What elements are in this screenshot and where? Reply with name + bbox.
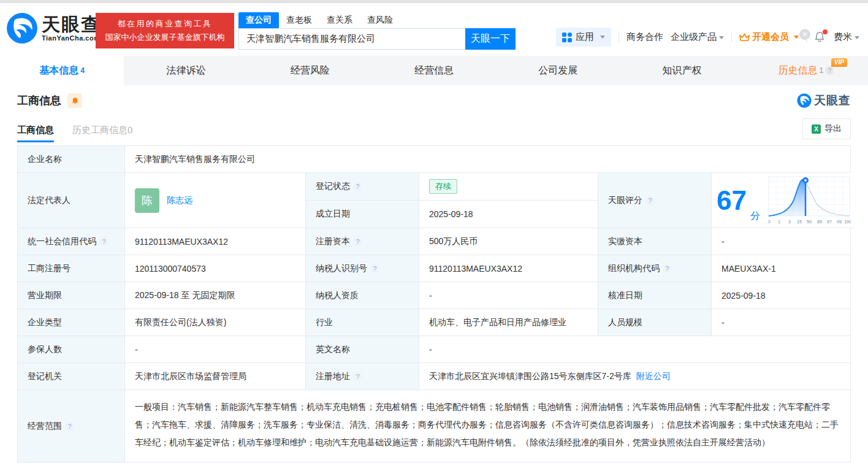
help-icon[interactable] [99, 237, 108, 246]
watermark-logo: 天眼查 [797, 93, 851, 109]
field-label-taxpayer-id: 纳税人识别号 [306, 255, 419, 282]
brand-text: 天眼查 TianYanCha.com [42, 15, 101, 42]
monitor-bell-button[interactable] [67, 93, 82, 108]
field-value-staff-size: - [712, 309, 850, 336]
main-content: 工商信息 天眼查 工商信息 历史工商信息0 [0, 85, 868, 463]
help-icon[interactable] [65, 421, 74, 431]
help-icon[interactable] [370, 264, 379, 273]
field-label-score: 天眼评分 [598, 173, 712, 228]
field-label-company-type: 企业类型 [18, 309, 125, 336]
table-row: 营业期限 2025-09-18 至 无固定期限 纳税人资质 - 核准日期 202… [18, 282, 850, 309]
field-value-legal-rep: 陈 陈志远 [125, 173, 306, 228]
field-label-paid-capital: 实缴资本 [598, 228, 712, 255]
tab-legal-litigation[interactable]: 法律诉讼 [124, 56, 248, 85]
tab-label: 公司发展 [538, 64, 577, 77]
field-value-score: 67 分 [712, 173, 855, 228]
help-icon[interactable] [353, 182, 362, 191]
chevron-down-icon [794, 36, 799, 39]
table-row: 参保人数 - 英文名称 - [18, 336, 850, 363]
search-input[interactable] [238, 28, 465, 50]
brand-logo[interactable]: 天眼查 TianYanCha.com [6, 12, 101, 44]
nav-apps[interactable]: 应用 [556, 28, 611, 47]
field-value-reg-authority: 天津市北辰区市场监督管理局 [125, 363, 306, 390]
label-text: 组织机构代码 [608, 263, 660, 274]
field-label-insured-count: 参保人数 [18, 336, 125, 363]
nav-business-coop[interactable]: 商务合作 [626, 31, 663, 43]
avatar[interactable]: 陈 [135, 188, 159, 213]
section-header: 工商信息 天眼查 [17, 85, 851, 116]
search-tab-relation[interactable]: 查关系 [319, 12, 360, 28]
nav-user-menu[interactable]: 费米 [834, 31, 859, 43]
legal-rep-link[interactable]: 陈志远 [167, 195, 192, 206]
field-value-establish-date: 2025-09-18 [419, 201, 598, 228]
field-label-staff-size: 人员规模 [598, 309, 712, 336]
tab-operation-risk[interactable]: 经营风险 [248, 56, 372, 85]
field-value-approval-date: 2025-09-18 [712, 282, 850, 309]
chevron-down-icon [855, 36, 859, 39]
tab-basic-info[interactable]: 基本信息 4 [0, 56, 124, 85]
status-date-subgrid: 登记状态 存续 成立日期 2025-09-18 [306, 173, 598, 228]
search-tab-risk[interactable]: 查风险 [360, 12, 400, 28]
search-submit-button[interactable]: 天眼一下 [465, 28, 516, 50]
field-value-reg-status: 存续 [419, 173, 598, 201]
tianyancha-swirl-icon [6, 12, 38, 44]
subtab-business-info[interactable]: 工商信息 [17, 125, 54, 142]
divider [731, 33, 732, 42]
search-tab-boss[interactable]: 查老板 [279, 12, 319, 28]
brand-domain: TianYanCha.com [42, 34, 101, 42]
subtab-row: 工商信息 历史工商信息0 导出 [17, 116, 851, 144]
nav-vip-label: 开通会员 [752, 31, 789, 43]
tab-count: 4 [80, 66, 85, 75]
field-label-company-name: 企业名称 [18, 146, 125, 173]
header: 天眼查 TianYanCha.com 都在用的商业查询工具 国家中小企业发展子基… [0, 3, 868, 56]
tab-company-development[interactable]: 公司发展 [496, 56, 620, 85]
search-tabs: 查公司 查老板 查关系 查风险 [238, 12, 516, 28]
section-title: 工商信息 [17, 93, 61, 108]
field-label-english-name: 英文名称 [306, 336, 419, 363]
field-value-company-type: 有限责任公司(法人独资) [125, 309, 306, 336]
tab-label: 经营信息 [414, 64, 454, 77]
svg-text:1: 1 [778, 220, 780, 224]
score-distribution-chart: 0 1 3 15 50 85 97 99 100 [767, 175, 851, 226]
table-row: 企业类型 有限责任公司(法人独资) 行业 机动车、电子产品和日用产品修理业 人员… [18, 309, 850, 336]
nav-enterprise-products[interactable]: 企业级产品 [671, 31, 724, 43]
nav-open-vip[interactable]: 开通会员 [739, 31, 799, 43]
subtab-history-business-info[interactable]: 历史工商信息0 [72, 125, 132, 142]
tab-history-info[interactable]: VIP 历史信息 1 [744, 56, 868, 85]
field-label-approval-date: 核准日期 [598, 282, 712, 309]
field-label-industry: 行业 [306, 309, 419, 336]
help-icon[interactable] [825, 66, 834, 75]
field-label-business-scope: 经营范围 [18, 390, 125, 463]
field-label-reg-number: 工商注册号 [18, 255, 125, 282]
chevron-down-icon [719, 36, 724, 39]
export-label: 导出 [824, 123, 842, 134]
field-value-english-name: - [419, 336, 850, 363]
help-icon[interactable] [353, 372, 362, 381]
excel-icon [812, 125, 821, 134]
svg-text:97: 97 [827, 220, 832, 224]
help-icon[interactable] [663, 264, 672, 273]
label-text: 统一社会信用代码 [28, 236, 96, 247]
notifications-bell[interactable] [814, 31, 826, 44]
field-value-taxpayer-id: 91120113MAEUX3AX12 [419, 255, 598, 282]
tab-operation-info[interactable]: 经营信息 [372, 56, 496, 85]
export-button[interactable]: 导出 [802, 118, 851, 139]
field-label-reg-authority: 登记机关 [18, 363, 125, 390]
username: 费米 [834, 31, 852, 42]
nearby-companies-link[interactable]: 附近公司 [636, 371, 671, 382]
search-tab-company[interactable]: 查公司 [238, 12, 279, 28]
help-icon[interactable] [645, 196, 655, 205]
tab-count: 1 [819, 66, 823, 75]
field-value-credit-code: 91120113MAEUX3AX12 [125, 228, 306, 255]
field-label-business-term: 营业期限 [18, 282, 125, 309]
field-label-reg-address: 注册地址 [306, 363, 419, 390]
nav-apps-label: 应用 [576, 31, 594, 43]
table-row: 工商注册号 120113000740573 纳税人识别号 91120113MAE… [18, 255, 850, 282]
address-text: 天津市北辰区宜兴埠镇津围公路15号东侧库区7-2号库 [429, 371, 631, 382]
table-row: 统一社会信用代码 91120113MAEUX3AX12 注册资本 500万人民币… [18, 228, 850, 255]
table-row: 企业名称 天津智鹏汽车销售服务有限公司 [18, 146, 850, 173]
field-label-establish-date: 成立日期 [306, 201, 419, 228]
crown-icon [739, 33, 750, 42]
help-icon[interactable] [353, 237, 362, 246]
tab-intellectual-property[interactable]: 知识产权 [620, 56, 744, 85]
